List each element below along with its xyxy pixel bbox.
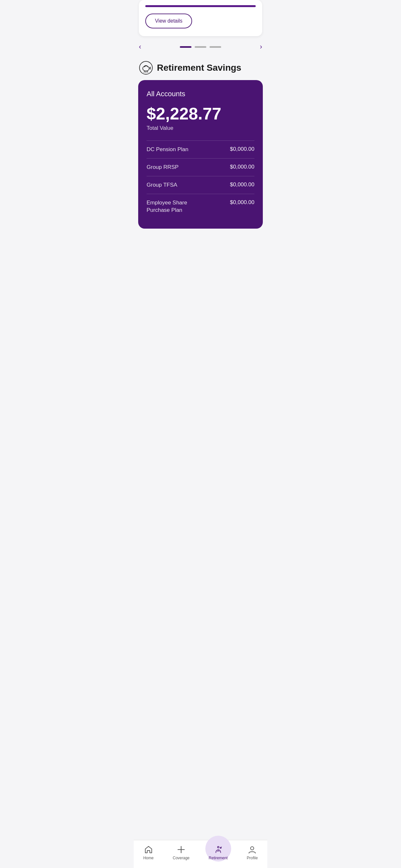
account-row-espp: Employee Share Purchase Plan $0,000.00 [147, 194, 254, 219]
piggy-bank-icon [139, 61, 153, 75]
group-rrsp-value: $0,000.00 [230, 164, 254, 170]
account-row-dc: DC Pension Plan $0,000.00 [147, 141, 254, 158]
group-tfsa-value: $0,000.00 [230, 182, 254, 188]
dc-pension-label: DC Pension Plan [147, 146, 188, 153]
progress-bar [145, 5, 256, 7]
total-value-label: Total Value [147, 125, 254, 131]
carousel-navigation: ‹ › [134, 36, 267, 58]
account-row-tfsa: Group TFSA $0,000.00 [147, 176, 254, 194]
view-details-button[interactable]: View details [145, 13, 192, 28]
account-row-rrsp: Group RRSP $0,000.00 [147, 158, 254, 176]
dc-pension-value: $0,000.00 [230, 146, 254, 152]
carousel-dots [180, 46, 221, 48]
carousel-dot-3[interactable] [210, 46, 221, 48]
top-card: View details [139, 0, 262, 36]
total-amount: $2,228.77 [147, 104, 254, 123]
espp-label: Employee Share Purchase Plan [147, 199, 206, 213]
section-title: Retirement Savings [157, 63, 241, 73]
svg-point-2 [145, 66, 145, 67]
carousel-next-button[interactable]: › [260, 42, 262, 51]
retirement-card: All Accounts $2,228.77 Total Value DC Pe… [138, 80, 263, 228]
svg-point-1 [143, 66, 149, 71]
carousel-dot-2[interactable] [195, 46, 206, 48]
carousel-dot-1[interactable] [180, 46, 191, 48]
section-header: Retirement Savings [134, 58, 267, 80]
group-tfsa-label: Group TFSA [147, 182, 177, 189]
all-accounts-label: All Accounts [147, 90, 254, 98]
account-rows: DC Pension Plan $0,000.00 Group RRSP $0,… [147, 141, 254, 219]
group-rrsp-label: Group RRSP [147, 164, 179, 171]
espp-value: $0,000.00 [230, 199, 254, 206]
carousel-prev-button[interactable]: ‹ [139, 42, 141, 51]
